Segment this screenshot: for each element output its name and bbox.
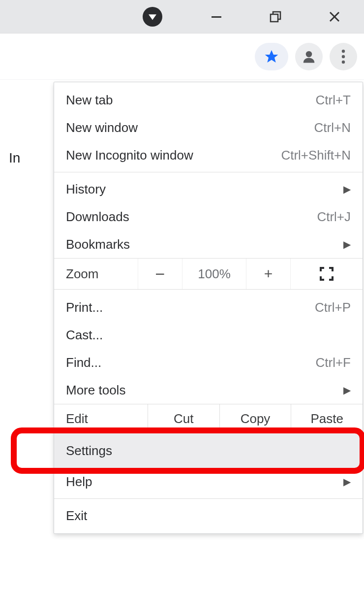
- menu-item-cast[interactable]: Cast...: [54, 321, 363, 349]
- zoom-label: Zoom: [54, 259, 138, 289]
- submenu-arrow-icon: ▶: [343, 238, 351, 250]
- browser-toolbar: [0, 33, 364, 80]
- submenu-arrow-icon: ▶: [343, 476, 351, 488]
- menu-item-label: Cast...: [66, 328, 351, 343]
- submenu-arrow-icon: ▶: [343, 384, 351, 396]
- menu-item-more-tools[interactable]: More tools ▶: [54, 376, 363, 404]
- menu-item-label: New tab: [66, 93, 316, 108]
- page-content-fragment: In: [9, 150, 20, 166]
- svg-marker-0: [149, 14, 156, 20]
- svg-point-9: [342, 55, 345, 58]
- edit-label: Edit: [54, 404, 148, 433]
- menu-item-new-incognito[interactable]: New Incognito window Ctrl+Shift+N: [54, 141, 363, 169]
- zoom-in-button[interactable]: +: [246, 259, 290, 289]
- menu-item-label: New Incognito window: [66, 148, 281, 163]
- menu-item-help[interactable]: Help ▶: [54, 468, 363, 495]
- menu-item-shortcut: Ctrl+T: [316, 93, 351, 108]
- menu-item-new-window[interactable]: New window Ctrl+N: [54, 114, 363, 141]
- menu-item-label: Settings: [66, 443, 351, 459]
- chrome-menu-button[interactable]: [330, 43, 357, 70]
- edit-cut-button[interactable]: Cut: [148, 404, 219, 433]
- menu-item-find[interactable]: Find... Ctrl+F: [54, 349, 363, 376]
- menu-item-print[interactable]: Print... Ctrl+P: [54, 294, 363, 321]
- menu-item-downloads[interactable]: Downloads Ctrl+J: [54, 203, 363, 230]
- zoom-out-button[interactable]: −: [138, 259, 182, 289]
- fullscreen-button[interactable]: [290, 259, 363, 289]
- menu-item-shortcut: Ctrl+P: [315, 300, 351, 315]
- menu-item-label: Exit: [66, 508, 351, 524]
- menu-item-label: Downloads: [66, 209, 317, 225]
- submenu-arrow-icon: ▶: [343, 183, 351, 195]
- window-maximize-button[interactable]: [256, 2, 295, 32]
- menu-item-new-tab[interactable]: New tab Ctrl+T: [54, 86, 363, 114]
- svg-marker-6: [265, 50, 278, 62]
- menu-item-edit: Edit Cut Copy Paste: [54, 404, 363, 433]
- menu-item-history[interactable]: History ▶: [54, 175, 363, 203]
- menu-separator: [54, 498, 363, 499]
- svg-point-8: [342, 49, 345, 52]
- svg-point-7: [306, 51, 312, 57]
- zoom-percent: 100%: [182, 259, 246, 289]
- menu-item-shortcut: Ctrl+F: [316, 355, 351, 370]
- window-titlebar: [0, 0, 364, 33]
- bookmark-star-button[interactable]: [255, 43, 288, 70]
- menu-item-label: More tools: [66, 383, 351, 398]
- menu-item-bookmarks[interactable]: Bookmarks ▶: [54, 230, 363, 258]
- edit-paste-button[interactable]: Paste: [291, 404, 363, 433]
- svg-rect-3: [271, 14, 278, 22]
- menu-item-settings[interactable]: Settings: [54, 433, 363, 468]
- profile-avatar-button[interactable]: [295, 43, 323, 70]
- menu-item-shortcut: Ctrl+Shift+N: [281, 148, 351, 163]
- menu-item-label: History: [66, 182, 351, 197]
- svg-point-10: [342, 60, 345, 63]
- window-close-button[interactable]: [315, 2, 354, 32]
- edit-copy-button[interactable]: Copy: [219, 404, 291, 433]
- settings-highlight-wrap: Settings: [54, 433, 363, 468]
- menu-separator: [54, 172, 363, 172]
- menu-item-zoom: Zoom − 100% +: [54, 258, 363, 290]
- chrome-main-menu: New tab Ctrl+T New window Ctrl+N New Inc…: [54, 82, 363, 534]
- menu-item-shortcut: Ctrl+N: [314, 120, 351, 135]
- menu-item-label: Bookmarks: [66, 237, 351, 252]
- extensions-dropdown-icon[interactable]: [143, 7, 162, 27]
- menu-item-shortcut: Ctrl+J: [317, 209, 351, 225]
- menu-item-label: New window: [66, 120, 314, 135]
- menu-item-exit[interactable]: Exit: [54, 502, 363, 529]
- window-minimize-button[interactable]: [197, 2, 236, 32]
- menu-item-label: Print...: [66, 300, 315, 315]
- menu-item-label: Find...: [66, 355, 316, 370]
- svg-rect-1: [212, 16, 221, 18]
- menu-item-label: Help: [66, 474, 351, 490]
